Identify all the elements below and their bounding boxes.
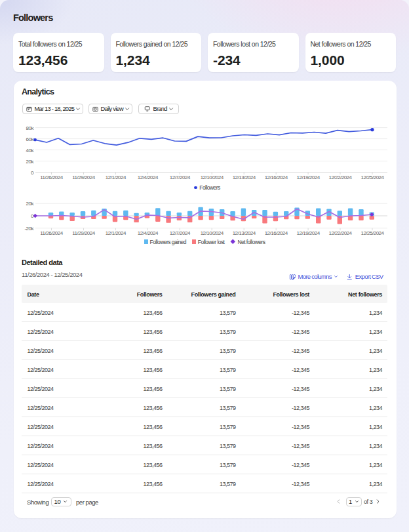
svg-text:12/7/2024: 12/7/2024 bbox=[170, 230, 191, 236]
svg-text:40k: 40k bbox=[26, 148, 35, 153]
svg-text:12/19/2024: 12/19/2024 bbox=[297, 174, 321, 180]
svg-text:12/4/2024: 12/4/2024 bbox=[138, 230, 159, 236]
svg-text:20k: 20k bbox=[26, 201, 35, 207]
svg-text:11/29/2024: 11/29/2024 bbox=[72, 230, 95, 236]
svg-text:12/25/2024: 12/25/2024 bbox=[360, 230, 384, 236]
svg-text:12/10/2024: 12/10/2024 bbox=[201, 174, 224, 180]
svg-text:12/7/2024: 12/7/2024 bbox=[170, 174, 191, 180]
svg-text:12/10/2024: 12/10/2024 bbox=[201, 230, 224, 236]
svg-text:12/22/2024: 12/22/2024 bbox=[328, 230, 352, 236]
svg-text:-20k: -20k bbox=[24, 226, 34, 232]
svg-text:12/13/2024: 12/13/2024 bbox=[233, 174, 256, 180]
svg-text:11/26/2024: 11/26/2024 bbox=[40, 230, 63, 236]
svg-text:12/16/2024: 12/16/2024 bbox=[265, 230, 288, 236]
svg-text:20k: 20k bbox=[26, 159, 35, 165]
svg-text:11/26/2024: 11/26/2024 bbox=[40, 174, 63, 180]
svg-text:12/13/2024: 12/13/2024 bbox=[233, 230, 256, 236]
svg-text:60k: 60k bbox=[26, 136, 35, 142]
svg-text:12/25/2024: 12/25/2024 bbox=[360, 174, 384, 180]
svg-text:12/19/2024: 12/19/2024 bbox=[297, 230, 321, 236]
svg-text:12/4/2024: 12/4/2024 bbox=[138, 174, 159, 180]
svg-text:0: 0 bbox=[31, 170, 34, 176]
svg-text:12/16/2024: 12/16/2024 bbox=[265, 174, 288, 180]
svg-text:11/29/2024: 11/29/2024 bbox=[72, 174, 95, 180]
svg-text:12/1/2024: 12/1/2024 bbox=[106, 174, 127, 180]
svg-text:12/22/2024: 12/22/2024 bbox=[328, 174, 352, 180]
svg-text:80k: 80k bbox=[26, 125, 35, 131]
svg-text:12/1/2024: 12/1/2024 bbox=[106, 230, 127, 236]
